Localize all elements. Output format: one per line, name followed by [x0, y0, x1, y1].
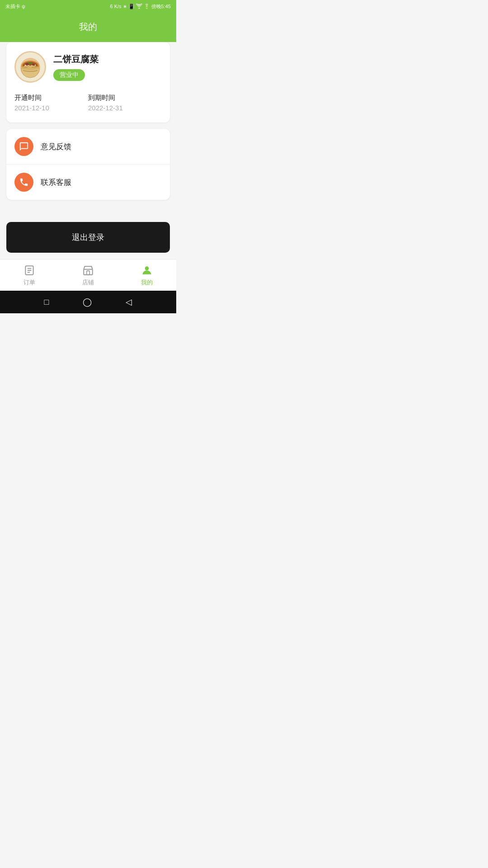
bottom-nav: 订单 店铺 我的 — [0, 259, 176, 291]
logout-section: 退出登录 — [0, 216, 176, 259]
svg-point-15 — [145, 266, 149, 270]
page-title: 我的 — [79, 22, 97, 32]
mine-icon — [141, 264, 153, 277]
nav-orders-label: 订单 — [23, 278, 35, 287]
svg-point-7 — [28, 62, 30, 63]
svg-rect-14 — [87, 271, 90, 275]
expire-date-label: 到期时间 — [88, 94, 162, 102]
status-right: 6 K/s ∗ 📳 🔋 傍晚5:45 — [110, 3, 171, 10]
android-recents-btn[interactable]: □ — [44, 297, 49, 307]
store-info: 二饼豆腐菜 营业中 — [53, 53, 99, 81]
svg-rect-13 — [84, 269, 93, 274]
store-name: 二饼豆腐菜 — [53, 53, 99, 66]
status-bar: 未插卡 ψ 6 K/s ∗ 📳 🔋 傍晚5:45 — [0, 0, 176, 13]
wifi-icon — [136, 4, 142, 9]
android-back-btn[interactable]: ◁ — [126, 297, 132, 307]
store-dates: 开通时间 2021-12-10 到期时间 2022-12-31 — [14, 94, 162, 112]
open-date-item: 开通时间 2021-12-10 — [14, 94, 88, 112]
store-card: 二饼豆腐菜 营业中 开通时间 2021-12-10 到期时间 2022-12-3… — [6, 42, 170, 123]
status-time: 傍晚5:45 — [151, 3, 171, 10]
svg-point-4 — [25, 63, 29, 66]
status-carrier: 未插卡 ψ — [5, 3, 25, 10]
nav-mine-label: 我的 — [141, 278, 153, 287]
page-header: 我的 — [0, 13, 176, 47]
store-header: 二饼豆腐菜 营业中 — [14, 51, 162, 83]
logout-button[interactable]: 退出登录 — [6, 222, 170, 253]
expire-date-item: 到期时间 2022-12-31 — [88, 94, 162, 112]
status-left: 未插卡 ψ — [5, 3, 25, 10]
store-icon — [82, 264, 94, 277]
open-date-label: 开通时间 — [14, 94, 88, 102]
bluetooth-icon: ∗ — [123, 4, 127, 9]
contact-icon — [14, 173, 33, 192]
expire-date-value: 2022-12-31 — [88, 104, 162, 112]
status-network-speed: 6 K/s — [110, 4, 122, 9]
store-status-badge: 营业中 — [53, 69, 85, 81]
nav-store-label: 店铺 — [82, 278, 94, 287]
android-nav-bar: □ ◯ ◁ — [0, 291, 176, 313]
nav-item-mine[interactable]: 我的 — [117, 259, 176, 291]
nav-item-orders[interactable]: 订单 — [0, 259, 59, 291]
svg-point-6 — [29, 63, 32, 64]
feedback-label: 意见反馈 — [41, 142, 71, 152]
store-avatar — [14, 51, 46, 83]
vibrate-icon: 📳 — [128, 4, 135, 9]
orders-icon — [23, 264, 36, 277]
svg-point-8 — [21, 66, 39, 70]
feedback-menu-item[interactable]: 意见反馈 — [6, 129, 170, 165]
battery-icon: 🔋 — [144, 4, 150, 9]
menu-card: 意见反馈 联系客服 — [6, 129, 170, 200]
contact-label: 联系客服 — [41, 177, 71, 188]
android-home-btn[interactable]: ◯ — [83, 297, 92, 307]
contact-menu-item[interactable]: 联系客服 — [6, 165, 170, 200]
open-date-value: 2021-12-10 — [14, 104, 88, 112]
main-content: 二饼豆腐菜 营业中 开通时间 2021-12-10 到期时间 2022-12-3… — [0, 42, 176, 208]
svg-point-5 — [32, 64, 35, 66]
feedback-icon — [14, 137, 33, 156]
nav-item-store[interactable]: 店铺 — [59, 259, 117, 291]
